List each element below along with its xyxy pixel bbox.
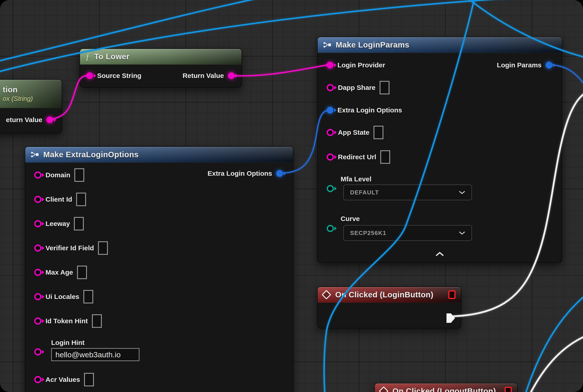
mfa-level-value: DEFAULT: [350, 189, 379, 196]
acr-values-checkbox[interactable]: [84, 373, 94, 386]
curve-label: Curve: [340, 215, 360, 222]
curve-value: SECP256K1: [350, 230, 386, 236]
pin-label-redirect-url: Redirect Url: [338, 153, 376, 161]
input-pin-leeway[interactable]: [34, 220, 42, 227]
wire-blue-bottomright[interactable]: [525, 293, 583, 392]
node-title: On Clicked (LoginButton): [335, 290, 434, 299]
collapse-node-button[interactable]: [435, 252, 444, 258]
function-icon: ƒ: [86, 51, 90, 62]
wire-exec-bottomright[interactable]: [530, 334, 583, 392]
output-pin-login-params[interactable]: [546, 62, 552, 68]
node-subtitle: ox (String): [3, 95, 33, 102]
blueprint-graph-canvas[interactable]: tion ox (String) eturn Value ƒ To Lower …: [0, 0, 583, 392]
pin-label-login-provider: Login Provider: [338, 61, 385, 69]
pin-label-return-value: eturn Value: [6, 116, 42, 124]
id-token-hint-checkbox[interactable]: [92, 314, 102, 328]
pin-label-domain: Domain: [46, 171, 70, 179]
input-pin-mfa-level[interactable]: [327, 185, 334, 192]
pin-label-login-params: Login Params: [497, 61, 542, 69]
curve-dropdown[interactable]: SECP256K1: [343, 225, 472, 241]
pin-label-acr-values: Acr Values: [46, 376, 80, 384]
max-age-checkbox[interactable]: [77, 266, 87, 279]
input-pin-redirect-url[interactable]: [327, 154, 334, 161]
login-hint-label: Login Hint: [51, 339, 84, 346]
make-struct-icon: [31, 151, 39, 158]
node-on-clicked-loginbutton[interactable]: On Clicked (LoginButton): [317, 286, 461, 328]
pin-label-ui-locales: Ui Locales: [46, 293, 79, 300]
chevron-down-icon: [459, 231, 465, 235]
node-title: On Clicked (LogoutButton): [392, 386, 496, 392]
pin-label-verifier-id-field: Verifier Id Field: [46, 244, 94, 252]
verifier-id-field-checkbox[interactable]: [98, 241, 108, 255]
make-struct-icon: [323, 41, 332, 49]
input-pin-dapp-share[interactable]: [327, 84, 334, 91]
blueprint-editor: tion ox (String) eturn Value ƒ To Lower …: [0, 0, 583, 392]
node-to-lower[interactable]: ƒ To Lower Source String Return Value: [80, 48, 242, 88]
dapp-share-checkbox[interactable]: [380, 81, 390, 94]
pin-label-client-id: Client Id: [46, 196, 72, 203]
node-title: To Lower: [94, 52, 130, 61]
input-pin-login-hint[interactable]: [34, 348, 42, 356]
input-pin-max-age[interactable]: [34, 269, 42, 276]
node-make-extraloginoptions[interactable]: Make ExtraLoginOptions Extra Login Optio…: [25, 146, 293, 392]
input-pin-source-string[interactable]: [86, 72, 93, 79]
input-pin-domain[interactable]: [34, 172, 42, 179]
pin-label-max-age: Max Age: [46, 268, 73, 276]
client-id-checkbox[interactable]: [76, 192, 86, 206]
node-title: Make ExtraLoginOptions: [43, 150, 138, 159]
event-diamond-icon: [379, 386, 388, 392]
chevron-down-icon: [459, 190, 465, 194]
pin-label-leeway: Leeway: [46, 220, 70, 228]
pin-label-return-value: Return Value: [183, 72, 224, 80]
node-title: Make LoginParams: [336, 40, 409, 49]
input-pin-acr-values[interactable]: [34, 376, 42, 383]
ui-locales-checkbox[interactable]: [83, 290, 93, 304]
redirect-url-checkbox[interactable]: [380, 150, 390, 164]
wire-tolower-to-loginprovider[interactable]: [229, 65, 328, 76]
pin-label-app-state: App State: [338, 129, 370, 136]
pin-label-extra-login-options: Extra Login Options: [338, 106, 402, 114]
node-title: tion: [3, 85, 18, 94]
login-hint-input[interactable]: [51, 348, 140, 361]
pin-label-source-string: Source String: [97, 72, 142, 80]
input-pin-client-id[interactable]: [34, 196, 42, 203]
input-pin-curve[interactable]: [327, 225, 334, 232]
domain-checkbox[interactable]: [74, 168, 84, 182]
exec-output-pin[interactable]: [446, 313, 455, 323]
node-textbox-partial[interactable]: tion ox (String) eturn Value: [0, 79, 62, 133]
leeway-checkbox[interactable]: [74, 217, 84, 230]
node-on-clicked-logoutbutton[interactable]: On Clicked (LogoutButton): [374, 383, 518, 392]
event-diamond-icon: [322, 290, 331, 300]
mfa-level-dropdown[interactable]: DEFAULT: [343, 184, 472, 200]
input-pin-ui-locales[interactable]: [34, 293, 42, 300]
mfa-level-label: Mfa Level: [340, 175, 372, 183]
input-pin-id-token-hint[interactable]: [34, 318, 42, 325]
chevron-up-icon: [435, 252, 444, 256]
pin-label-dapp-share: Dapp Share: [338, 84, 376, 92]
delegate-square-icon[interactable]: [448, 290, 456, 299]
output-pin-extra-login-options[interactable]: [276, 170, 283, 177]
pin-label-id-token-hint: Id Token Hint: [46, 317, 88, 325]
output-pin-return-value[interactable]: [228, 72, 235, 79]
delegate-square-icon[interactable]: [504, 387, 512, 392]
input-pin-login-provider[interactable]: [327, 62, 334, 68]
pin-label-extra-login-options-out: Extra Login Options: [208, 170, 272, 177]
input-pin-extra-login-options[interactable]: [327, 107, 334, 114]
input-pin-verifier-id-field[interactable]: [34, 244, 42, 252]
node-make-loginparams[interactable]: Make LoginParams Login Provider Login Pa…: [317, 37, 562, 263]
input-pin-app-state[interactable]: [327, 129, 334, 136]
output-pin-return-value[interactable]: [46, 116, 53, 123]
app-state-checkbox[interactable]: [374, 126, 384, 139]
